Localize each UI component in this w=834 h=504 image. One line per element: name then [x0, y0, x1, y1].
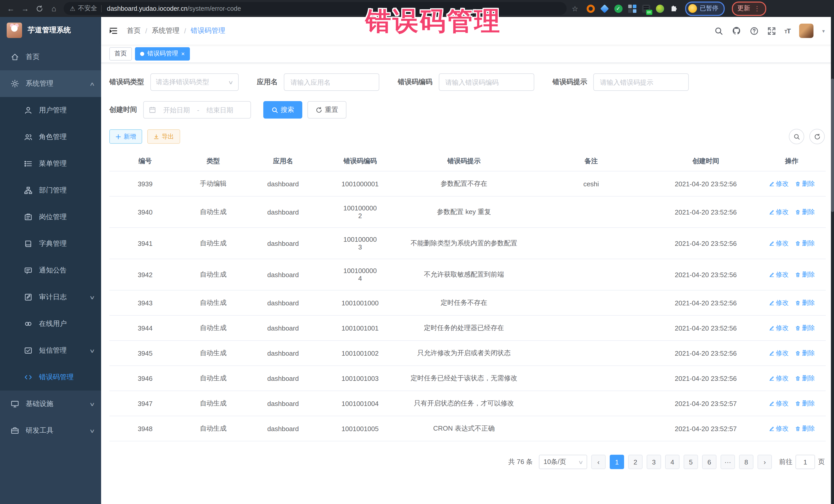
page-button[interactable]: ···	[721, 455, 735, 469]
table-row[interactable]: 3947 自动生成 dashboard 1001001004 只有开启状态的任务…	[109, 391, 826, 416]
font-size-icon[interactable]: TT	[785, 27, 790, 35]
extension-orange-icon[interactable]	[586, 4, 595, 13]
error-code-input[interactable]	[444, 78, 528, 86]
browser-home-icon[interactable]: ⌂	[47, 2, 61, 15]
error-msg-input[interactable]	[599, 78, 683, 86]
browser-menu-icon[interactable]: ⋮	[754, 5, 760, 12]
edit-link[interactable]: 修改	[769, 374, 789, 382]
sidebar-item[interactable]: 错误码管理	[0, 364, 101, 391]
delete-link[interactable]: 删除	[795, 239, 815, 248]
browser-reload-icon[interactable]	[33, 2, 46, 15]
edit-link[interactable]: 修改	[769, 179, 789, 188]
toggle-search-icon[interactable]	[789, 129, 804, 144]
reset-button[interactable]: 重置	[307, 101, 347, 118]
page-button[interactable]: 2	[628, 455, 642, 469]
extension-on-icon[interactable]: on	[642, 4, 650, 13]
delete-link[interactable]: 删除	[795, 424, 815, 433]
page-button[interactable]: 6	[702, 455, 717, 469]
page-size-select[interactable]: 10条/页 ∨	[539, 455, 587, 469]
breadcrumb-item[interactable]: 首页	[127, 26, 140, 36]
page-button[interactable]: 3	[647, 455, 661, 469]
edit-link[interactable]: 修改	[769, 324, 789, 332]
date-range-picker[interactable]: -	[143, 101, 251, 118]
breadcrumb-item[interactable]: 系统管理	[152, 26, 180, 36]
extension-grid-icon[interactable]	[628, 4, 636, 13]
page-button[interactable]: 4	[665, 455, 680, 469]
page-button[interactable]: 8	[739, 455, 753, 469]
extension-plant-icon[interactable]	[656, 4, 664, 13]
table-row[interactable]: 3944 自动生成 dashboard 1001001001 定时任务的处理器已…	[109, 316, 826, 341]
delete-link[interactable]: 删除	[795, 374, 815, 382]
sidebar-item[interactable]: 在线用户	[0, 310, 101, 337]
help-icon[interactable]	[750, 26, 758, 35]
tag-tab[interactable]: 首页	[109, 47, 132, 60]
table-row[interactable]: 3946 自动生成 dashboard 1001001003 定时任务已经处于该…	[109, 366, 826, 391]
start-date-input[interactable]	[158, 106, 195, 114]
user-menu-caret-icon[interactable]: ▾	[822, 28, 825, 34]
table-row[interactable]: 3942 自动生成 dashboard 100100000 4 不允许获取敏感配…	[109, 259, 826, 290]
table-row[interactable]: 3941 自动生成 dashboard 100100000 3 不能删除类型为系…	[109, 228, 826, 259]
delete-link[interactable]: 删除	[795, 349, 815, 357]
delete-link[interactable]: 删除	[795, 179, 815, 188]
table-row[interactable]: 3939 手动编辑 dashboard 1001000001 参数配置不存在 c…	[109, 171, 826, 197]
sidebar-item[interactable]: 岗位管理	[0, 204, 101, 231]
window-scrollbar-thumb[interactable]	[831, 79, 834, 212]
delete-link[interactable]: 删除	[795, 299, 815, 307]
prev-page-button[interactable]: ‹	[591, 455, 606, 469]
sidebar-item[interactable]: 通知公告	[0, 257, 101, 284]
sidebar-collapse-icon[interactable]	[109, 26, 118, 36]
end-date-input[interactable]	[201, 106, 238, 114]
page-button[interactable]: 1	[610, 455, 624, 469]
goto-page-input[interactable]	[795, 455, 815, 469]
page-button[interactable]: 5	[684, 455, 698, 469]
tag-tab[interactable]: 错误码管理 ×	[135, 47, 190, 60]
sidebar-item[interactable]: 字典管理	[0, 231, 101, 257]
sidebar-item[interactable]: 基础设施 ∨	[0, 391, 101, 417]
add-button[interactable]: 新增	[109, 129, 142, 144]
browser-back-icon[interactable]: ←	[4, 2, 18, 15]
sidebar-item[interactable]: 部门管理	[0, 177, 101, 204]
app-logo[interactable]: 芋道管理系统	[0, 17, 101, 44]
fullscreen-icon[interactable]	[767, 26, 776, 35]
bookmark-star-icon[interactable]: ☆	[572, 4, 578, 13]
delete-link[interactable]: 删除	[795, 207, 815, 216]
edit-link[interactable]: 修改	[769, 299, 789, 307]
breadcrumb-item[interactable]: 错误码管理	[191, 26, 225, 36]
edit-link[interactable]: 修改	[769, 349, 789, 357]
search-icon[interactable]	[714, 26, 723, 35]
table-row[interactable]: 3943 自动生成 dashboard 1001001000 定时任务不存在 2…	[109, 290, 826, 316]
browser-update-button[interactable]: 更新 ⋮	[731, 1, 766, 16]
close-icon[interactable]: ×	[181, 50, 185, 57]
edit-link[interactable]: 修改	[769, 239, 789, 248]
delete-link[interactable]: 删除	[795, 324, 815, 332]
browser-forward-icon[interactable]: →	[19, 2, 32, 15]
sidebar-item[interactable]: 角色管理	[0, 124, 101, 150]
error-type-select[interactable]: 请选择错误码类型 ∨	[150, 73, 238, 91]
edit-link[interactable]: 修改	[769, 424, 789, 433]
github-icon[interactable]	[731, 26, 741, 36]
table-row[interactable]: 3940 自动生成 dashboard 100100000 2 参数配置 key…	[109, 197, 826, 228]
next-page-button[interactable]: ›	[758, 455, 772, 469]
sidebar-item[interactable]: 审计日志 ∨	[0, 284, 101, 310]
sidebar-item[interactable]: 短信管理 ∨	[0, 337, 101, 364]
edit-link[interactable]: 修改	[769, 399, 789, 408]
search-button[interactable]: 搜索	[263, 101, 302, 118]
sidebar-item[interactable]: 系统管理 ∧	[0, 70, 101, 97]
extension-gem-icon[interactable]	[600, 4, 609, 13]
refresh-icon[interactable]	[809, 129, 825, 144]
delete-link[interactable]: 删除	[795, 399, 815, 408]
edit-link[interactable]: 修改	[769, 270, 789, 279]
sidebar-item[interactable]: 菜单管理	[0, 150, 101, 177]
export-button[interactable]: 导出	[147, 129, 180, 144]
sidebar-item[interactable]: 研发工具 ∨	[0, 417, 101, 444]
sidebar-item[interactable]: 首页	[0, 44, 101, 70]
table-row[interactable]: 3948 自动生成 dashboard 1001001005 CRON 表达式不…	[109, 416, 826, 441]
table-row[interactable]: 3945 自动生成 dashboard 1001001002 只允许修改为开启或…	[109, 341, 826, 366]
user-avatar[interactable]	[799, 24, 813, 38]
extensions-puzzle-icon[interactable]	[670, 4, 678, 13]
browser-profile-chip[interactable]: 已暂停	[685, 1, 724, 16]
sidebar-item[interactable]: 用户管理	[0, 97, 101, 124]
app-name-input[interactable]	[289, 78, 374, 86]
extension-green-check-icon[interactable]: ✓	[614, 4, 622, 13]
delete-link[interactable]: 删除	[795, 270, 815, 279]
